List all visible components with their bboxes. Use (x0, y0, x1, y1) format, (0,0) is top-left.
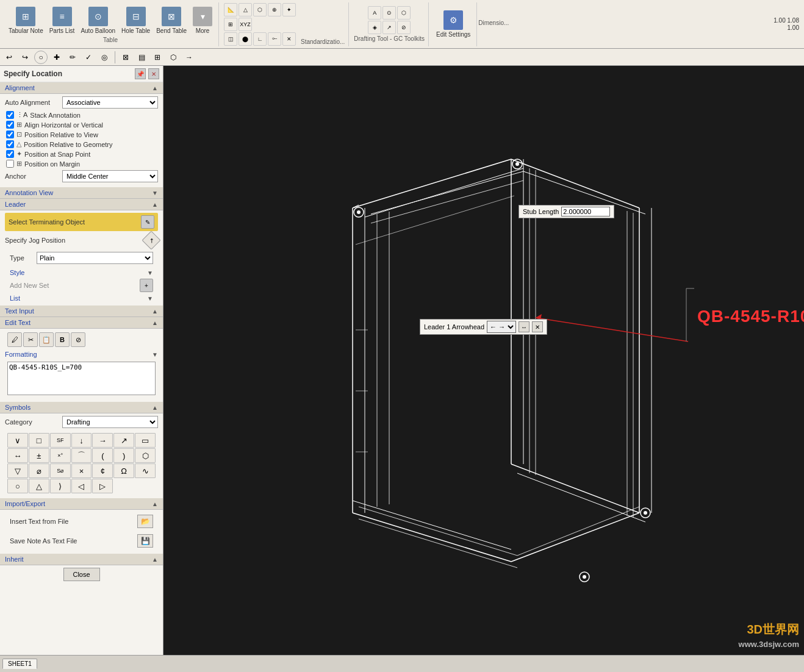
draft-btn-1[interactable]: A (368, 6, 381, 20)
std-btn-6[interactable]: ⊞ (224, 18, 237, 31)
close-panel-button[interactable]: ✕ (148, 68, 159, 79)
close-button[interactable]: Close (63, 568, 100, 581)
sketch-btn-2[interactable]: ↪ (18, 51, 32, 64)
leader-popup-flip-btn[interactable]: ↔ (519, 321, 529, 332)
tabular-note-button[interactable]: ⊞ Tabular Note (6, 5, 46, 35)
bold-btn[interactable]: B (55, 332, 70, 347)
add-new-set-button[interactable]: + (140, 279, 153, 292)
text-input-area[interactable] (7, 362, 156, 395)
sym-triangle-down[interactable]: ▽ (7, 463, 28, 478)
formatting-header[interactable]: Formatting ▼ (5, 349, 158, 359)
std-btn-8[interactable]: ◫ (224, 32, 237, 46)
highlight-btn[interactable]: 🖊 (7, 332, 22, 347)
bend-table-button[interactable]: ⊠ Bend Table (154, 5, 189, 35)
leader-section-header[interactable]: Leader ▲ (0, 199, 163, 210)
sym-arc[interactable]: ⌒ (71, 448, 92, 463)
pin-button[interactable]: 📌 (135, 68, 146, 79)
sketch-btn-circle2[interactable]: ◎ (98, 51, 111, 64)
draft-btn-5[interactable]: ↗ (382, 21, 396, 34)
sym-paren-close[interactable]: ) (113, 448, 134, 463)
sym-plus-minus[interactable]: ± (29, 448, 49, 463)
pos-snap-label[interactable]: Position at Snap Point (24, 151, 90, 158)
sketch-btn-1[interactable]: ↩ (2, 51, 16, 64)
sym-arrow-down[interactable]: ↓ (71, 433, 92, 448)
stub-length-input[interactable] (561, 207, 610, 216)
pos-relative-view-checkbox[interactable] (6, 130, 14, 138)
view-btn-5[interactable]: → (182, 51, 196, 64)
std-btn-7[interactable]: XYZ (239, 18, 252, 31)
std-btn-2[interactable]: △ (239, 3, 252, 16)
more-button[interactable]: ▾ More (190, 5, 215, 35)
sym-chevron-down[interactable]: ∨ (7, 433, 28, 448)
jog-position-button[interactable]: ↗ (142, 231, 160, 249)
text-input-header[interactable]: Text Input ▲ (0, 306, 163, 317)
pos-relative-geom-label[interactable]: Position Relative to Geometry (24, 141, 113, 148)
std-btn-3[interactable]: ⬡ (253, 3, 267, 16)
sketch-btn-plus[interactable]: ✚ (50, 51, 63, 64)
pos-relative-view-label[interactable]: Position Relative to View (24, 131, 98, 138)
type-select[interactable]: PlainMultilineBalloon (37, 252, 153, 264)
sym-rect[interactable]: ▭ (135, 433, 156, 448)
draft-btn-6[interactable]: ⊘ (397, 21, 411, 34)
leader-popup-close-btn[interactable]: ✕ (532, 321, 543, 332)
stack-annotation-checkbox[interactable] (6, 111, 14, 119)
pos-margin-label[interactable]: Position on Margin (24, 160, 80, 168)
std-btn-4[interactable]: ⊕ (268, 3, 281, 16)
auto-balloon-button[interactable]: ⊙ Auto Balloon (78, 5, 118, 35)
sym-cross[interactable]: × (71, 463, 92, 478)
alignment-section-header[interactable]: Alignment ▲ (0, 82, 163, 94)
leader-popup-select[interactable]: ← → (487, 321, 516, 333)
std-btn-11[interactable]: ⟜ (268, 32, 281, 46)
sym-diameter[interactable]: ⌀ (29, 463, 49, 478)
anchor-select[interactable]: Middle CenterTop LeftTop CenterTop Right… (62, 170, 158, 182)
pos-snap-checkbox[interactable] (6, 150, 14, 158)
sym-tri-left[interactable]: ◁ (71, 479, 92, 493)
sym-paren-open[interactable]: ( (92, 448, 113, 463)
stack-annotation-label[interactable]: Stack Annotation (30, 112, 81, 119)
scissors-btn[interactable]: ✂ (23, 332, 38, 347)
import-export-header[interactable]: Import/Export ▲ (0, 498, 163, 510)
pos-margin-checkbox[interactable] (6, 160, 14, 168)
std-btn-5[interactable]: ✦ (282, 3, 296, 16)
sym-arrow-lr[interactable]: ↔ (7, 448, 28, 463)
std-btn-10[interactable]: ∟ (253, 32, 267, 46)
parts-list-button[interactable]: ≡ Parts List (47, 5, 77, 35)
std-btn-9[interactable]: ⬤ (239, 32, 252, 46)
pos-relative-geom-checkbox[interactable] (6, 140, 14, 148)
select-terminating-button[interactable]: ✎ (141, 215, 154, 229)
sym-s-diameter[interactable]: S⌀ (50, 463, 71, 478)
sym-circle[interactable]: ○ (7, 479, 28, 493)
symbol-btn[interactable]: ⊘ (71, 332, 85, 347)
draft-btn-3[interactable]: ⬡ (397, 6, 411, 20)
symbols-section-header[interactable]: Symbols ▲ (0, 402, 163, 413)
sym-wave[interactable]: ∿ (135, 463, 156, 478)
save-note-button[interactable]: 💾 (137, 534, 153, 548)
sym-cross-circle[interactable]: ×° (50, 448, 71, 463)
sym-sf[interactable]: SF (50, 433, 71, 448)
sym-angle-right[interactable]: ⟩ (50, 479, 71, 493)
sketch-btn-check[interactable]: ✓ (82, 51, 95, 64)
sheet1-tab[interactable]: SHEET1 (2, 659, 37, 669)
copy-btn[interactable]: 📋 (39, 332, 54, 347)
align-horizontal-checkbox[interactable] (6, 121, 14, 129)
sym-tri-right[interactable]: △ (29, 479, 49, 493)
hole-table-button[interactable]: ⊟ Hole Table (119, 5, 153, 35)
std-btn-1[interactable]: 📐 (224, 3, 237, 16)
sym-arrow-right[interactable]: → (92, 433, 113, 448)
sym-square[interactable]: □ (29, 433, 49, 448)
sym-cent[interactable]: ¢ (92, 463, 113, 478)
edit-text-header[interactable]: Edit Text ▲ (0, 317, 163, 329)
category-select[interactable]: DraftingGD&TWeld (62, 416, 158, 428)
inherit-header[interactable]: Inherit ▲ (0, 554, 163, 565)
annotation-view-header[interactable]: Annotation View ▼ (0, 187, 163, 199)
view-btn-1[interactable]: ⊠ (119, 51, 132, 64)
draft-btn-2[interactable]: ⊙ (382, 6, 396, 20)
view-btn-3[interactable]: ⊞ (151, 51, 164, 64)
sym-arrow-ur[interactable]: ↗ (113, 433, 134, 448)
align-horizontal-label[interactable]: Align Horizontal or Vertical (24, 121, 103, 129)
edit-settings-button[interactable]: ⚙ Edit Settings (434, 9, 473, 39)
sketch-btn-pen[interactable]: ✏ (66, 51, 79, 64)
view-btn-4[interactable]: ⬡ (167, 51, 180, 64)
sym-circle-dot[interactable]: ⬡ (135, 448, 156, 463)
sketch-btn-circle[interactable]: ○ (34, 51, 48, 64)
